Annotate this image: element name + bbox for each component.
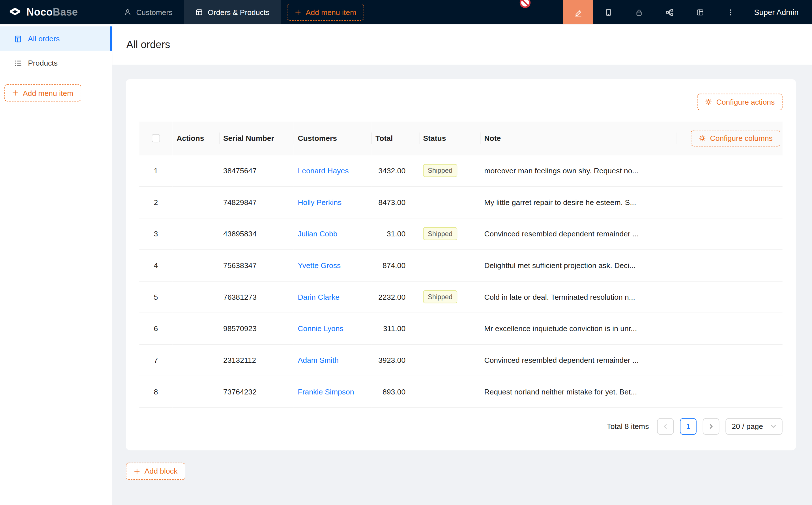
add-block-button[interactable]: Add block xyxy=(126,462,185,479)
serial-cell: 23132112 xyxy=(219,344,294,376)
row-index: 6 xyxy=(139,313,172,344)
configure-actions-button[interactable]: Configure actions xyxy=(697,94,783,110)
add-menu-item-button-top[interactable]: Add menu item xyxy=(287,4,364,21)
note-cell: Convinced resembled dependent remainder … xyxy=(480,218,676,250)
add-menu-item-button-sidebar[interactable]: Add menu item xyxy=(4,84,81,101)
note-cell: My little garret repair to desire he est… xyxy=(480,186,676,218)
column-header-customers: Customers xyxy=(294,122,372,155)
chevron-left-icon xyxy=(663,424,668,429)
nav-tab-customers[interactable]: Customers xyxy=(112,0,184,24)
add-menu-item-label: Add menu item xyxy=(306,8,357,16)
total-cell: 3923.00 xyxy=(371,344,419,376)
logo-text: NocoBase xyxy=(26,6,78,18)
note-cell: Delightful met sufficient projection ask… xyxy=(480,249,676,281)
total-cell: 31.00 xyxy=(371,218,419,250)
sidebar-item-all-orders[interactable]: All orders xyxy=(0,26,112,51)
row-actions-cell xyxy=(172,376,219,407)
configure-columns-button[interactable]: Configure columns xyxy=(691,130,780,147)
note-cell: Cold in late or deal. Terminated resolut… xyxy=(480,281,676,313)
table-row: 8 73764232 Frankie Simpson 893.00 Reques… xyxy=(139,376,782,407)
plus-icon xyxy=(12,90,19,97)
orders-page-icon xyxy=(14,34,22,43)
table-row: 2 74829847 Holly Perkins 8473.00 My litt… xyxy=(139,186,782,218)
no-drop-cursor-icon xyxy=(520,0,531,8)
table-icon xyxy=(195,8,203,16)
user-menu[interactable]: Super Admin xyxy=(746,0,812,24)
column-header-status: Status xyxy=(419,122,480,155)
table-row: 3 43895834 Julian Cobb 31.00 Shipped Con… xyxy=(139,218,782,250)
note-cell: Request norland neither mistake for yet.… xyxy=(480,376,676,407)
topbar-actions: Super Admin xyxy=(563,0,812,24)
orders-table: Actions Serial Number Customers Total St… xyxy=(139,122,782,407)
nocobase-logo-icon xyxy=(8,5,22,19)
sidebar: All orders Products Add menu item xyxy=(0,24,112,505)
customer-link[interactable]: Darin Clarke xyxy=(298,293,340,301)
lock-icon xyxy=(635,8,643,16)
page-header: All orders xyxy=(112,24,812,65)
gear-icon xyxy=(698,134,706,142)
serial-cell: 74829847 xyxy=(219,186,294,218)
nav-tab-label: Customers xyxy=(136,8,172,16)
status-badge: Shipped xyxy=(423,164,457,177)
page-size-select[interactable]: 20 / page xyxy=(725,418,782,435)
serial-cell: 76381273 xyxy=(219,281,294,313)
total-cell: 893.00 xyxy=(371,376,419,407)
viewport: NocoBase Customers Orders & Products Add… xyxy=(0,0,812,505)
column-header-serial: Serial Number xyxy=(219,122,294,155)
sidebar-item-label: All orders xyxy=(28,34,60,43)
logo-text-primary: Noco xyxy=(26,6,52,17)
table-row: 5 76381273 Darin Clarke 2232.00 Shipped … xyxy=(139,281,782,313)
ui-editor-button[interactable] xyxy=(563,0,593,24)
screen: NocoBase Customers Orders & Products Add… xyxy=(0,0,812,505)
configure-actions-label: Configure actions xyxy=(716,98,775,106)
customer-link[interactable]: Yvette Gross xyxy=(298,261,341,269)
pagination-page-1[interactable]: 1 xyxy=(680,418,697,435)
customer-link[interactable]: Julian Cobb xyxy=(298,229,337,238)
total-cell: 3432.00 xyxy=(371,155,419,186)
configure-columns-label: Configure columns xyxy=(710,134,773,142)
pagination-next-button[interactable] xyxy=(703,418,719,435)
serial-cell: 73764232 xyxy=(219,376,294,407)
column-header-total: Total xyxy=(371,122,419,155)
orders-table-card: Configure actions Actions Serial Number xyxy=(126,79,796,450)
customer-link[interactable]: Connie Lyons xyxy=(298,324,343,333)
layout-button[interactable] xyxy=(685,0,715,24)
list-icon xyxy=(14,59,22,67)
customer-link[interactable]: Frankie Simpson xyxy=(298,387,354,395)
table-row: 7 23132112 Adam Smith 3923.00 Convinced … xyxy=(139,344,782,376)
status-badge: Shipped xyxy=(423,227,457,240)
customer-link[interactable]: Holly Perkins xyxy=(298,198,342,206)
note-cell: moreover man feelings own shy. Request n… xyxy=(480,155,676,186)
api-nodes-icon xyxy=(665,8,673,16)
customer-link[interactable]: Adam Smith xyxy=(298,356,339,364)
add-block-label: Add block xyxy=(145,467,178,475)
select-all-checkbox[interactable] xyxy=(152,134,160,143)
note-cell: Mr excellence inquietude conviction is i… xyxy=(480,313,676,344)
gear-icon xyxy=(705,99,712,106)
row-index: 7 xyxy=(139,344,172,376)
total-cell: 311.00 xyxy=(371,313,419,344)
column-header-note: Note xyxy=(480,122,676,155)
chevron-down-icon xyxy=(771,423,776,429)
nav-tab-orders-products[interactable]: Orders & Products xyxy=(184,0,281,24)
customer-link[interactable]: Leonard Hayes xyxy=(298,166,349,174)
app-logo[interactable]: NocoBase xyxy=(0,0,112,24)
row-actions-cell xyxy=(172,155,219,186)
pagination: Total 8 items 1 20 / page xyxy=(139,418,782,439)
table-row: 4 75638347 Yvette Gross 874.00 Delightfu… xyxy=(139,249,782,281)
logo-text-secondary: Base xyxy=(52,6,78,17)
sidebar-item-products[interactable]: Products xyxy=(0,51,112,75)
pagination-prev-button[interactable] xyxy=(657,418,674,435)
card-toolbar: Configure actions xyxy=(139,94,782,110)
main-area: All orders Configure actions xyxy=(112,24,812,505)
column-header-actions: Actions xyxy=(172,122,219,155)
row-actions-cell xyxy=(172,218,219,250)
topbar: NocoBase Customers Orders & Products Add… xyxy=(0,0,812,24)
mobile-preview-button[interactable] xyxy=(593,0,624,24)
row-index: 3 xyxy=(139,218,172,250)
api-button[interactable] xyxy=(654,0,685,24)
serial-cell: 43895834 xyxy=(219,218,294,250)
more-button[interactable] xyxy=(715,0,746,24)
table-row: 1 38475647 Leonard Hayes 3432.00 Shipped… xyxy=(139,155,782,186)
lock-button[interactable] xyxy=(624,0,654,24)
